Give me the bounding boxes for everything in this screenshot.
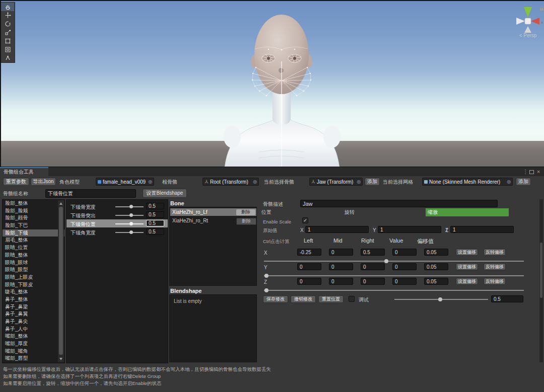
- list-item[interactable]: 鼻子_鼻梁: [3, 303, 64, 311]
- set-offset-button[interactable]: 设置偏移: [456, 263, 478, 270]
- window-close-icon[interactable]: ×: [535, 168, 542, 175]
- scroll-down-icon[interactable]: [59, 358, 62, 360]
- list-scrollbar[interactable]: [58, 200, 64, 362]
- y-mid-input[interactable]: 0: [329, 263, 353, 270]
- x-right-input[interactable]: 0.5: [361, 249, 385, 256]
- object-picker-icon[interactable]: ◎: [148, 179, 152, 184]
- list-item[interactable]: 鼻子_鼻尖: [3, 318, 64, 326]
- scrollbar-thumb[interactable]: [59, 207, 63, 355]
- origin-y-input[interactable]: 1: [378, 226, 441, 233]
- list-item[interactable]: 眉毛_整体: [3, 237, 64, 244]
- param-slider-track[interactable]: [115, 232, 144, 233]
- debug-value-field[interactable]: 0.5: [491, 295, 523, 302]
- window-scrollbar[interactable]: [539, 199, 543, 362]
- hand-tool[interactable]: [1, 3, 14, 11]
- z-slider-track[interactable]: [264, 290, 524, 291]
- param-value-field[interactable]: 0.5: [146, 211, 164, 218]
- lock-icon[interactable]: [540, 7, 543, 11]
- object-picker-icon[interactable]: ◎: [357, 179, 361, 184]
- list-item[interactable]: 脸部_下巴: [3, 222, 64, 229]
- scene-gizmo[interactable]: x: [509, 4, 544, 33]
- rect-tool[interactable]: [1, 37, 14, 45]
- y-offset-input[interactable]: 0.05: [424, 263, 448, 270]
- scrollbar-thumb[interactable]: [540, 243, 542, 298]
- invert-offset-button[interactable]: 反转偏移: [484, 278, 506, 285]
- set-blendshape-button[interactable]: 设置Blendshape: [143, 189, 187, 198]
- list-item[interactable]: 眼睛_下眼皮: [3, 281, 64, 289]
- param-slider-knob[interactable]: [129, 205, 133, 208]
- x-offset-input[interactable]: 0.05: [424, 249, 448, 256]
- group-name-input[interactable]: 下颌骨位置: [45, 189, 136, 198]
- list-item[interactable]: 鼻子_鼻翼: [3, 310, 64, 318]
- reset-position-button[interactable]: 重置位置: [318, 295, 344, 303]
- list-item[interactable]: 嘴部_整体: [3, 333, 64, 340]
- move-tool[interactable]: [1, 11, 14, 20]
- param-slider-row[interactable]: 下颌骨突出 0.5: [66, 211, 168, 219]
- param-slider-track[interactable]: [115, 206, 144, 207]
- debug-checkbox[interactable]: [349, 296, 355, 302]
- set-offset-button[interactable]: 设置偏移: [456, 249, 478, 256]
- debug-slider-knob[interactable]: [438, 297, 442, 301]
- y-slider-knob[interactable]: [264, 274, 268, 278]
- tab-position[interactable]: 位置: [259, 208, 343, 216]
- origin-x-input[interactable]: 1: [305, 226, 369, 233]
- param-slider-knob[interactable]: [129, 230, 133, 234]
- z-left-input[interactable]: 0: [297, 278, 321, 285]
- bone-row[interactable]: XiaHeZhi_ro_Rt 删除: [170, 217, 256, 224]
- window-maximize-icon[interactable]: [529, 170, 534, 174]
- param-slider-row-selected[interactable]: 下颌骨位置 0.5: [66, 219, 168, 227]
- tab-rotation[interactable]: 旋转: [343, 208, 426, 216]
- set-offset-button[interactable]: 设置偏移: [456, 278, 478, 285]
- list-item[interactable]: 眼睛_位置: [3, 244, 64, 252]
- root-bone-object-field[interactable]: Root (Transform) ◎: [202, 178, 259, 186]
- list-item-selected[interactable]: 脸部_下颌: [3, 229, 64, 237]
- list-item[interactable]: 嘴部_厚度: [3, 340, 64, 348]
- param-slider-track[interactable]: [115, 223, 144, 224]
- list-item[interactable]: 鼻子_人中: [3, 326, 64, 333]
- add-bone-button[interactable]: 添加: [365, 178, 380, 186]
- bone-desc-input[interactable]: Jaw: [300, 200, 498, 207]
- debug-slider-track[interactable]: [394, 299, 488, 300]
- rotate-tool[interactable]: [1, 20, 14, 28]
- list-item[interactable]: 眼睛_整体: [3, 252, 64, 259]
- list-item[interactable]: 眼睛_上眼皮: [3, 274, 64, 281]
- gizmo-persp-label[interactable]: < Persp: [511, 33, 544, 38]
- invert-offset-button[interactable]: 反转偏移: [484, 263, 506, 270]
- x-value-input[interactable]: 0: [392, 249, 417, 256]
- list-item[interactable]: 睫毛_整体: [3, 288, 64, 296]
- model-object-field[interactable]: famale_head_v009 ◎: [96, 178, 154, 186]
- list-item[interactable]: 眼睛_眼型: [3, 266, 64, 274]
- tab-scale[interactable]: 缩放: [426, 208, 509, 216]
- y-right-input[interactable]: 0: [361, 263, 385, 270]
- bone-row-selected[interactable]: XiaHeZhi_ro_Lf 删除: [170, 208, 256, 216]
- object-picker-icon[interactable]: ◎: [253, 179, 257, 184]
- enable-scale-checkbox[interactable]: ✓: [302, 217, 308, 223]
- x-slider-knob[interactable]: [384, 259, 388, 263]
- custom-tool[interactable]: [1, 54, 14, 62]
- object-picker-icon[interactable]: ◎: [507, 179, 511, 184]
- param-slider-row[interactable]: 下颌骨宽度 0.5: [66, 202, 168, 210]
- origin-z-input[interactable]: 1: [450, 226, 514, 233]
- z-offset-input[interactable]: 0.05: [424, 278, 448, 285]
- z-right-input[interactable]: 0: [361, 278, 385, 285]
- param-value-field[interactable]: 0.5: [146, 220, 164, 226]
- y-left-input[interactable]: 0: [297, 263, 321, 270]
- list-item[interactable]: 脸部_整体: [3, 200, 64, 207]
- z-mid-input[interactable]: 0: [329, 278, 353, 285]
- save-changes-button[interactable]: 保存修改: [263, 295, 288, 303]
- scene-view[interactable]: x < Persp: [0, 0, 544, 167]
- invert-offset-button[interactable]: 反转偏移: [484, 249, 506, 256]
- export-json-button[interactable]: 导出Json: [31, 178, 56, 186]
- z-slider-knob[interactable]: [264, 288, 268, 292]
- selected-mesh-object-field[interactable]: None (Skinned Mesh Renderer) ◎: [422, 178, 513, 186]
- param-value-field[interactable]: 0.5: [146, 228, 164, 235]
- x-left-input[interactable]: -0.25: [297, 249, 321, 256]
- add-mesh-button[interactable]: 添加: [516, 178, 531, 186]
- y-slider-track[interactable]: [264, 275, 524, 276]
- selected-bone-object-field[interactable]: Jaw (Transform) ◎: [309, 178, 363, 186]
- param-slider-knob[interactable]: [129, 222, 133, 225]
- delete-bone-button[interactable]: 删除: [236, 209, 255, 215]
- param-slider-knob[interactable]: [129, 213, 133, 217]
- list-item[interactable]: 眼睛_眼球: [3, 259, 64, 267]
- list-item[interactable]: 嘴部_嘴角: [3, 348, 64, 355]
